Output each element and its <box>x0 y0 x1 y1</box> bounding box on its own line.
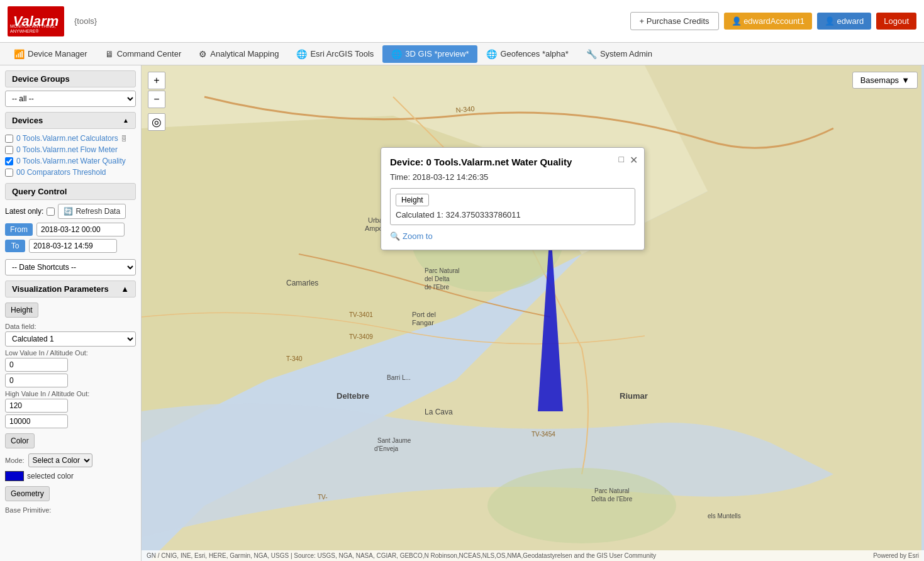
to-date-row: To <box>5 239 136 253</box>
svg-text:TV-3401: TV-3401 <box>349 311 373 318</box>
svg-text:T-340: T-340 <box>286 355 303 362</box>
monitor-icon: 🖥 <box>105 49 114 59</box>
logout-button[interactable]: Logout <box>876 13 916 30</box>
device-link-1[interactable]: 0 Tools.Valarm.net Calculators <box>16 134 118 143</box>
list-item: 0 Tools.Valarm.net Water Quality <box>5 155 136 167</box>
nav-command-center[interactable]: 🖥 Command Center <box>96 45 191 63</box>
devices-chevron-icon: ▲ <box>123 117 129 124</box>
popup-close-button[interactable]: ✕ <box>630 154 638 166</box>
svg-text:del Delta: del Delta <box>425 275 450 282</box>
nav-device-manager[interactable]: 📶 Device Manager <box>5 45 96 63</box>
list-item: 00 Comparators Threshold <box>5 167 136 178</box>
svg-text:Deltebre: Deltebre <box>337 391 369 401</box>
svg-text:els Muntells: els Muntells <box>708 513 741 519</box>
popup-zoom-button[interactable]: 🔍 Zoom to <box>390 231 635 241</box>
svg-text:Riumar: Riumar <box>620 391 648 401</box>
navbar: 📶 Device Manager 🖥 Command Center ⚙ Anal… <box>0 43 924 65</box>
device-link-4[interactable]: 00 Comparators Threshold <box>16 168 106 177</box>
refresh-data-button[interactable]: 🔄 Refresh Data <box>58 204 126 219</box>
powered-by-esri: Powered by Esri <box>873 552 919 559</box>
svg-text:de l'Ebre: de l'Ebre <box>425 284 450 291</box>
svg-text:TV-3454: TV-3454 <box>532 431 555 438</box>
svg-text:La Cava: La Cava <box>425 408 453 416</box>
low-value-in-input[interactable] <box>5 358 68 372</box>
device-groups-header[interactable]: Device Groups <box>5 70 136 87</box>
chevron-down-icon: ▼ <box>901 75 910 85</box>
low-value-label: Low Value In / Altitude Out: <box>5 349 136 357</box>
zoom-out-button[interactable]: − <box>148 91 165 108</box>
visualization-section: Visualization Parameters ▲ Height Data f… <box>5 280 136 514</box>
search-icon: 🔍 <box>390 231 400 241</box>
nav-geofences[interactable]: 🌐 Geofences *alpha* <box>477 45 577 63</box>
data-field-label: Data field: <box>5 323 136 330</box>
user-button[interactable]: 👤 edward <box>817 13 871 30</box>
device-popup: Device: 0 Tools.Valarm.net Water Quality… <box>381 147 645 250</box>
high-value-label: High Value In / Altitude Out: <box>5 390 136 397</box>
nav-system-admin[interactable]: 🔧 System Admin <box>577 45 661 63</box>
color-swatch-row: selected color <box>5 471 136 481</box>
sidebar: Device Groups -- all -- Devices ▲ 0 Tool… <box>0 65 142 561</box>
device-checkbox-1[interactable] <box>5 135 13 143</box>
color-swatch[interactable] <box>5 471 24 481</box>
to-date-input[interactable] <box>29 239 117 253</box>
from-date-input[interactable] <box>36 223 125 236</box>
bar-chart-icon: 📶 <box>14 49 25 59</box>
globe-icon-esri: 🌐 <box>296 49 307 59</box>
devices-list: 0 Tools.Valarm.net Calculators 🗄 0 Tools… <box>5 133 136 178</box>
latest-only-row: Latest only: 🔄 Refresh Data <box>5 204 136 219</box>
color-subheader: Color <box>5 433 35 448</box>
main-layout: Device Groups -- all -- Devices ▲ 0 Tool… <box>0 65 924 561</box>
high-value-in-input[interactable] <box>5 399 68 413</box>
spike-shape <box>538 223 563 411</box>
device-groups-select[interactable]: -- all -- <box>5 91 136 107</box>
high-altitude-out-input[interactable] <box>5 414 68 428</box>
device-checkbox-4[interactable] <box>5 169 13 177</box>
map-controls: + − ◎ <box>148 72 165 131</box>
device-link-3[interactable]: 0 Tools.Valarm.net Water Quality <box>16 157 126 165</box>
tools-label: {tools} <box>74 16 97 26</box>
popup-field-value: Calculated 1: 324.3750333786011 <box>396 210 630 219</box>
color-mode-row: Mode: Select a Color <box>5 453 136 467</box>
from-date-row: From <box>5 223 136 236</box>
geometry-subsection: Geometry Base Primitive: <box>5 486 136 514</box>
color-subsection: Color Mode: Select a Color selected colo… <box>5 433 136 481</box>
list-item: 0 Tools.Valarm.net Flow Meter <box>5 144 136 155</box>
device-checkbox-2[interactable] <box>5 146 13 154</box>
topbar: Valarm MONITOR ANYTHING, ANYWHERE® {tool… <box>0 0 924 43</box>
nav-esri-arcgis[interactable]: 🌐 Esri ArcGIS Tools <box>287 45 382 63</box>
logo-image: Valarm MONITOR ANYTHING, ANYWHERE® <box>8 6 64 36</box>
device-link-2[interactable]: 0 Tools.Valarm.net Flow Meter <box>16 145 118 154</box>
devices-header[interactable]: Devices ▲ <box>5 112 136 129</box>
svg-text:Parc Natural: Parc Natural <box>425 267 460 274</box>
visualization-header[interactable]: Visualization Parameters ▲ <box>5 280 136 297</box>
devices-section: Devices ▲ 0 Tools.Valarm.net Calculators… <box>5 112 136 178</box>
popup-title: Device: 0 Tools.Valarm.net Water Quality <box>390 157 635 167</box>
latest-only-checkbox[interactable] <box>47 208 55 216</box>
svg-text:Parc Natural: Parc Natural <box>594 487 630 494</box>
compass-button[interactable]: ◎ <box>148 113 165 131</box>
nav-3d-gis[interactable]: 🌐 3D GIS *preview* <box>382 45 477 63</box>
color-mode-select[interactable]: Select a Color <box>28 453 92 467</box>
geometry-subheader: Geometry <box>5 486 50 501</box>
low-altitude-out-input[interactable] <box>5 374 68 387</box>
svg-text:TV-: TV- <box>318 494 328 501</box>
color-mode-label: Mode: <box>5 457 25 464</box>
zoom-in-button[interactable]: + <box>148 72 165 89</box>
popup-time: Time: 2018-03-12 14:26:35 <box>390 172 635 182</box>
device-checkbox-3[interactable] <box>5 157 13 165</box>
map-attribution: GN / CNIG, INE, Esri, HERE, Garmin, NGA,… <box>142 550 924 561</box>
account-button[interactable]: 👤 edwardAccount1 <box>724 13 812 30</box>
nav-analytical-mapping[interactable]: ⚙ Analytical Mapping <box>190 45 287 63</box>
purchase-credits-button[interactable]: + Purchase Credits <box>630 12 719 30</box>
query-control-header[interactable]: Query Control <box>5 183 136 200</box>
data-field-select[interactable]: Calculated 1 <box>5 331 136 347</box>
to-label: To <box>5 240 25 252</box>
globe-icon-3d: 🌐 <box>391 49 402 59</box>
popup-resize-button[interactable]: □ <box>619 154 624 164</box>
basemaps-button[interactable]: Basemaps ▼ <box>852 72 918 89</box>
gear-icon: ⚙ <box>199 49 207 59</box>
date-shortcuts-select[interactable]: -- Date Shortcuts -- <box>5 259 136 275</box>
map-container[interactable]: N-340 TV-3401 TV-3409 T-340 TV-3454 Cap-… <box>142 65 924 561</box>
wrench-icon: 🔧 <box>586 49 597 59</box>
svg-point-5 <box>487 468 676 543</box>
